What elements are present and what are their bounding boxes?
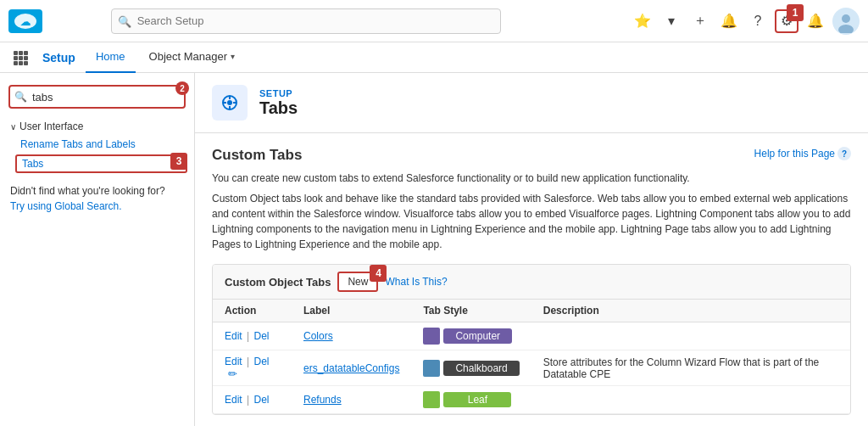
help-link[interactable]: Help for this Page ? [754,147,851,160]
tab-style-btn-chalkboard: Chalkboard [443,361,519,376]
section-desc-short: You can create new custom tabs to extend… [212,171,851,186]
sidebar-item-tabs[interactable]: Tabs [15,154,187,173]
del-link-2[interactable]: Del [253,356,269,367]
table-row: Edit | Del Refunds [213,386,850,414]
table-head: Action Label Tab Style Description [213,300,850,322]
notifications-icon[interactable]: 🔔 [717,9,741,33]
help-icon[interactable]: ? [746,9,770,33]
svg-rect-5 [14,51,18,55]
page-header: SETUP Tabs [195,73,868,133]
row-label-1: Colors [292,322,411,350]
label-link-refunds[interactable]: Refunds [303,394,342,406]
svg-text:☁: ☁ [20,16,31,28]
svg-rect-8 [14,56,18,60]
not-found-text: Didn't find what you're looking for? Try… [0,175,194,222]
tab-style-btn-leaf: Leaf [443,392,511,407]
svg-rect-10 [24,56,28,60]
custom-object-tabs-subsection: Custom Object Tabs New 4 What Is This? A… [212,264,851,415]
row-action-3: Edit | Del [213,386,292,414]
row-desc-3 [531,386,850,414]
row-action-1: Edit | Del [213,322,292,350]
home-tab[interactable]: Home [86,42,136,73]
breadcrumb: SETUP [259,88,298,98]
settings-icon[interactable]: ⚙ 1 [775,9,798,33]
nav-icons-group: ⭐ ▾ ＋ 🔔 ? ⚙ 1 🔔 [631,8,860,35]
del-link-3[interactable]: Del [253,394,269,406]
svg-rect-9 [19,56,23,60]
custom-object-tabs-header: Custom Object Tabs New 4 What Is This? [213,265,850,300]
svg-rect-11 [14,61,18,65]
page-header-text: SETUP Tabs [259,88,298,118]
app-launcher-icon[interactable] [8,46,32,70]
object-manager-dropdown-arrow: ▾ [231,52,235,61]
svg-rect-6 [19,51,23,55]
custom-tabs-title: Custom Tabs [212,147,302,164]
annotation-1: 1 [787,4,804,21]
svg-point-3 [842,14,850,23]
user-interface-section-header[interactable]: ∨ User Interface [0,117,194,136]
top-search-input[interactable] [111,8,501,34]
tab-color-leaf [423,391,440,408]
avatar[interactable] [832,8,860,35]
row-tab-style-1: Computer [411,322,531,350]
label-link-colors[interactable]: Colors [303,330,333,342]
alerts-icon[interactable]: 🔔 [804,9,827,33]
col-header-tab-style: Tab Style [411,300,531,322]
sidebar-search-input[interactable] [8,85,186,109]
sidebar-search-container: 🔍 2 [8,85,186,109]
table-row: Edit | Del ✏ ers_datatableConfigs [213,350,850,386]
del-link-1[interactable]: Del [253,330,269,342]
col-header-description: Description [531,300,850,322]
col-header-label: Label [292,300,411,322]
top-navigation: ☁ 🔍 ⭐ ▾ ＋ 🔔 ? ⚙ 1 🔔 [0,0,868,42]
table-header-row: Action Label Tab Style Description [213,300,850,322]
favorites-icon[interactable]: ⭐ [631,9,654,33]
second-navigation: Setup Home Object Manager ▾ [0,42,868,73]
sidebar: 🔍 2 ∨ User Interface Rename Tabs and Lab… [0,73,195,426]
add-icon[interactable]: ＋ [688,9,712,33]
row-desc-2: Store attributes for the Column Wizard F… [531,350,850,386]
svg-rect-7 [24,51,28,55]
section-chevron-icon: ∨ [10,122,16,132]
object-manager-tab[interactable]: Object Manager ▾ [139,42,246,73]
annotation-4: 4 [370,265,387,282]
row-tab-style-3: Leaf [411,386,531,414]
salesforce-logo[interactable]: ☁ [8,9,42,33]
sidebar-item-tabs-wrapper: Tabs 3 [0,153,194,175]
top-search-icon: 🔍 [118,14,131,27]
row-action-2: Edit | Del ✏ [213,350,292,386]
col-header-action: Action [213,300,292,322]
custom-object-tabs-title: Custom Object Tabs [225,276,331,289]
top-search-container: 🔍 [111,8,501,34]
custom-object-tabs-table: Action Label Tab Style Description Edit … [213,300,850,414]
edit-icon-2: ✏ [228,367,237,380]
table-row: Edit | Del Colors [213,322,850,350]
custom-tabs-section: Custom Tabs Help for this Page ? You can… [195,133,868,426]
label-link-datatable[interactable]: ers_datatableConfigs [303,362,399,374]
sidebar-search-icon: 🔍 [14,91,27,103]
tab-color-chalkboard [423,360,440,377]
setup-nav-label[interactable]: Setup [36,51,82,64]
row-label-2: ers_datatableConfigs [292,350,411,386]
tab-color-colors [423,328,440,345]
favorites-dropdown-icon[interactable]: ▾ [659,9,683,33]
what-is-this-link[interactable]: What Is This? [385,276,447,288]
edit-link-2[interactable]: Edit [225,356,242,367]
section-desc-long: Custom Object tabs look and behave like … [212,191,851,252]
help-circle-icon: ? [837,147,851,160]
new-btn-wrapper: New 4 [337,272,378,292]
row-desc-1 [531,322,850,350]
page-title: Tabs [259,98,298,118]
row-tab-style-2: Chalkboard [411,350,531,386]
tab-style-btn-colors: Computer [443,328,512,344]
svg-point-16 [227,100,232,105]
annotation-2: 2 [175,81,189,95]
edit-link-1[interactable]: Edit [225,330,242,342]
main-layout: 🔍 2 ∨ User Interface Rename Tabs and Lab… [0,73,868,426]
table-body: Edit | Del Colors [213,322,850,414]
edit-link-3[interactable]: Edit [225,394,242,406]
custom-tabs-title-row: Custom Tabs Help for this Page ? [212,147,851,164]
sidebar-item-rename-tabs[interactable]: Rename Tabs and Labels [0,136,194,153]
svg-rect-12 [19,61,23,65]
global-search-link[interactable]: Try using Global Search. [10,200,122,212]
